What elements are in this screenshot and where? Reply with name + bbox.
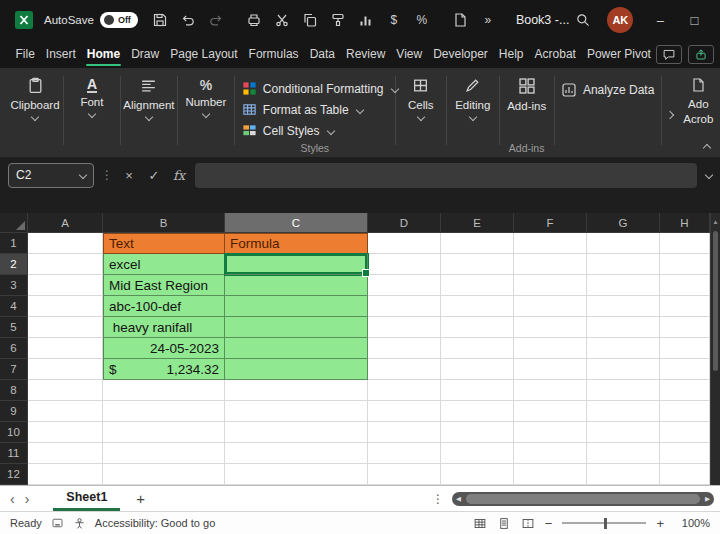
cell-B6[interactable]: 24-05-2023 [103, 338, 225, 359]
sheet-tab-sheet1[interactable]: Sheet1 [53, 486, 120, 511]
row-header-6[interactable]: 6 [0, 338, 28, 359]
row-header-5[interactable]: 5 [0, 317, 28, 338]
column-header-F[interactable]: F [514, 213, 587, 233]
row-header-1[interactable]: 1 [0, 233, 28, 254]
column-header-H[interactable]: H [660, 213, 710, 233]
currency-style-icon[interactable]: $ [382, 8, 406, 32]
cell-F2[interactable] [514, 254, 587, 275]
row-header-4[interactable]: 4 [0, 296, 28, 317]
cell-A8[interactable] [28, 380, 103, 401]
cell-H3[interactable] [660, 275, 710, 296]
menu-tab-review[interactable]: Review [340, 41, 390, 67]
cell-B11[interactable] [103, 443, 225, 464]
cell-D3[interactable] [368, 275, 441, 296]
cell-E5[interactable] [441, 317, 514, 338]
clipboard-dropdown-button[interactable]: Clipboard [8, 72, 62, 120]
cell-E10[interactable] [441, 422, 514, 443]
menu-tab-home[interactable]: Home [81, 41, 125, 67]
page-layout-view-icon[interactable] [497, 517, 511, 530]
cell-G6[interactable] [587, 338, 660, 359]
cell-D6[interactable] [368, 338, 441, 359]
conditional-formatting-button[interactable]: Conditional Formatting [240, 78, 400, 99]
cell-G8[interactable] [587, 380, 660, 401]
print-icon[interactable] [242, 8, 266, 32]
previous-sheet-button[interactable]: ‹ [0, 491, 25, 507]
cell-H6[interactable] [660, 338, 710, 359]
name-box[interactable]: C2 [8, 163, 94, 188]
horizontal-scrollbar[interactable]: ◀ ▶ [452, 492, 714, 506]
accessibility-icon[interactable] [73, 517, 86, 530]
cell-D9[interactable] [368, 401, 441, 422]
cell-F10[interactable] [514, 422, 587, 443]
cell-B7[interactable]: $1,234.32 [103, 359, 225, 380]
zoom-out-button[interactable]: − [545, 516, 553, 531]
cell-C7[interactable] [225, 359, 368, 380]
zoom-in-button[interactable]: + [656, 516, 664, 531]
account-avatar[interactable]: AK [607, 7, 633, 33]
cell-G4[interactable] [587, 296, 660, 317]
cell-H7[interactable] [660, 359, 710, 380]
column-header-C[interactable]: C [225, 213, 368, 233]
cell-F3[interactable] [514, 275, 587, 296]
cell-H4[interactable] [660, 296, 710, 317]
new-sheet-button[interactable]: + [120, 490, 161, 507]
cell-B9[interactable] [103, 401, 225, 422]
cell-B5[interactable]: heavy ranifall [103, 317, 225, 338]
cell-F7[interactable] [514, 359, 587, 380]
ribbon-scroll-right[interactable] [663, 72, 677, 157]
zoom-slider[interactable] [562, 522, 646, 524]
row-header-12[interactable]: 12 [0, 464, 28, 485]
sheet-options-icon[interactable]: ⋮ [424, 492, 452, 506]
menu-tab-acrobat[interactable]: Acrobat [529, 41, 581, 67]
close-button[interactable]: × [711, 5, 720, 35]
undo-icon[interactable] [176, 8, 200, 32]
cell-E9[interactable] [441, 401, 514, 422]
menu-tab-developer[interactable]: Developer [428, 41, 494, 67]
format-as-table-button[interactable]: Format as Table [240, 99, 365, 120]
cell-A1[interactable] [28, 233, 103, 254]
expand-formula-bar-icon[interactable] [705, 171, 713, 179]
zoom-slider-knob[interactable] [604, 518, 607, 529]
menu-tab-file[interactable]: File [10, 41, 40, 67]
cell-D1[interactable] [368, 233, 441, 254]
cell-D5[interactable] [368, 317, 441, 338]
row-header-2[interactable]: 2 [0, 254, 28, 275]
cell-A12[interactable] [28, 464, 103, 485]
row-header-3[interactable]: 3 [0, 275, 28, 296]
cell-A3[interactable] [28, 275, 103, 296]
menu-tab-draw[interactable]: Draw [126, 41, 165, 67]
cell-A10[interactable] [28, 422, 103, 443]
cell-E12[interactable] [441, 464, 514, 485]
formula-input[interactable] [195, 163, 697, 188]
editing-dropdown-button[interactable]: Editing [448, 72, 498, 120]
cell-E3[interactable] [441, 275, 514, 296]
menu-tab-data[interactable]: Data [304, 41, 340, 67]
cell-G9[interactable] [587, 401, 660, 422]
save-icon[interactable] [148, 8, 172, 32]
cell-E6[interactable] [441, 338, 514, 359]
menu-tab-page-layout[interactable]: Page Layout [165, 41, 243, 67]
cell-F4[interactable] [514, 296, 587, 317]
vertical-scrollbar[interactable]: ▲ [710, 213, 720, 485]
cell-B4[interactable]: abc-100-def [103, 296, 225, 317]
cell-E7[interactable] [441, 359, 514, 380]
cell-F11[interactable] [514, 443, 587, 464]
menu-tab-insert[interactable]: Insert [40, 41, 81, 67]
autosave-switch[interactable]: Off [100, 12, 138, 28]
cell-E4[interactable] [441, 296, 514, 317]
addins-button[interactable]: Add-ins [501, 72, 553, 112]
cell-D8[interactable] [368, 380, 441, 401]
cell-B1[interactable]: Text [103, 233, 225, 254]
cell-A6[interactable] [28, 338, 103, 359]
row-header-9[interactable]: 9 [0, 401, 28, 422]
macro-record-icon[interactable] [51, 517, 64, 529]
search-icon[interactable] [571, 8, 595, 32]
next-sheet-button[interactable]: › [25, 491, 40, 507]
excel-logo-icon[interactable] [12, 8, 36, 32]
cell-G5[interactable] [587, 317, 660, 338]
share-button[interactable] [688, 45, 714, 64]
cell-D4[interactable] [368, 296, 441, 317]
cell-F1[interactable] [514, 233, 587, 254]
cell-D10[interactable] [368, 422, 441, 443]
cell-E11[interactable] [441, 443, 514, 464]
